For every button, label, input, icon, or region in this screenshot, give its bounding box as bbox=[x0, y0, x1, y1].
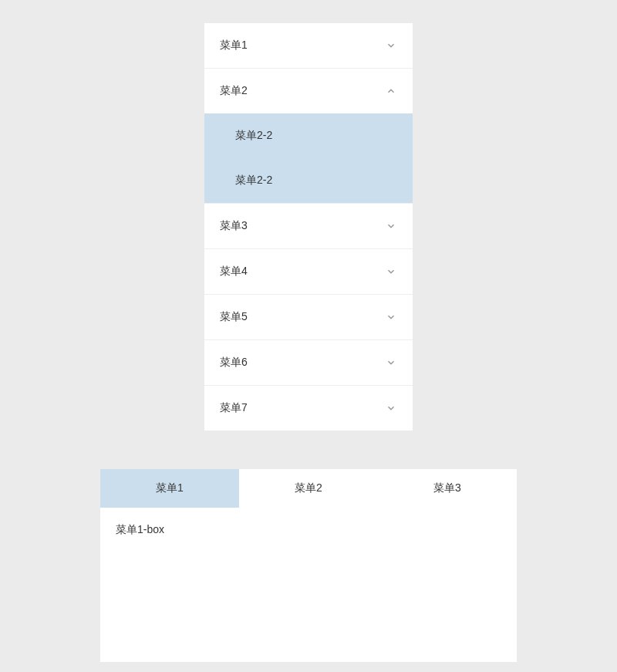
tab-1[interactable]: 菜单1 bbox=[100, 469, 239, 508]
accordion-label: 菜单6 bbox=[220, 356, 248, 370]
accordion-label: 菜单5 bbox=[220, 310, 248, 324]
tab-content: 菜单1-box bbox=[100, 508, 517, 662]
accordion-item-1: 菜单1 bbox=[204, 23, 413, 69]
chevron-down-icon bbox=[385, 220, 397, 232]
accordion-item-3: 菜单3 bbox=[204, 204, 413, 249]
accordion-label: 菜单4 bbox=[220, 265, 248, 279]
accordion-label: 菜单2 bbox=[220, 84, 248, 98]
chevron-down-icon bbox=[385, 356, 397, 369]
accordion-item-2: 菜单2 菜单2-2 菜单2-2 bbox=[204, 69, 413, 204]
chevron-down-icon bbox=[385, 265, 397, 278]
accordion-header-1[interactable]: 菜单1 bbox=[204, 23, 413, 68]
submenu-item[interactable]: 菜单2-2 bbox=[204, 113, 413, 158]
accordion-item-4: 菜单4 bbox=[204, 249, 413, 295]
chevron-down-icon bbox=[385, 311, 397, 323]
accordion-header-4[interactable]: 菜单4 bbox=[204, 249, 413, 294]
submenu-2: 菜单2-2 菜单2-2 bbox=[204, 113, 413, 203]
tab-3[interactable]: 菜单3 bbox=[378, 469, 517, 508]
accordion-label: 菜单3 bbox=[220, 219, 248, 233]
accordion-menu: 菜单1 菜单2 菜单2-2 菜单2-2 菜单3 菜单4 bbox=[204, 23, 413, 431]
chevron-down-icon bbox=[385, 39, 397, 52]
accordion-item-6: 菜单6 bbox=[204, 340, 413, 386]
tab-2[interactable]: 菜单2 bbox=[239, 469, 378, 508]
accordion-item-5: 菜单5 bbox=[204, 295, 413, 340]
accordion-header-6[interactable]: 菜单6 bbox=[204, 340, 413, 385]
accordion-header-5[interactable]: 菜单5 bbox=[204, 295, 413, 339]
accordion-header-3[interactable]: 菜单3 bbox=[204, 204, 413, 248]
accordion-header-2[interactable]: 菜单2 bbox=[204, 69, 413, 113]
chevron-down-icon bbox=[385, 402, 397, 414]
accordion-header-7[interactable]: 菜单7 bbox=[204, 386, 413, 431]
accordion-item-7: 菜单7 bbox=[204, 386, 413, 431]
chevron-up-icon bbox=[385, 85, 397, 97]
tab-header: 菜单1 菜单2 菜单3 bbox=[100, 469, 517, 508]
tab-panel: 菜单1 菜单2 菜单3 菜单1-box bbox=[100, 469, 517, 662]
accordion-label: 菜单7 bbox=[220, 401, 248, 415]
submenu-item[interactable]: 菜单2-2 bbox=[204, 158, 413, 203]
accordion-label: 菜单1 bbox=[220, 39, 248, 52]
